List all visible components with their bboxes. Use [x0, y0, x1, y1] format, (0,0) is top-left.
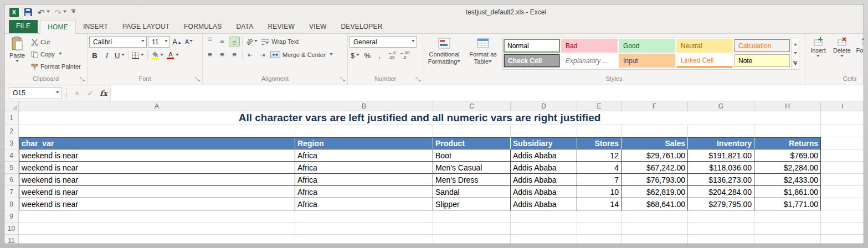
name-box[interactable]: O15 [9, 87, 62, 99]
borders-button[interactable] [131, 50, 145, 61]
row-header-6[interactable]: 6 [4, 174, 19, 186]
align-left-button[interactable]: ≡ [204, 50, 215, 60]
align-right-button[interactable]: ≡ [229, 50, 240, 60]
sheet-cell[interactable] [688, 125, 754, 137]
table-cell[interactable]: weekend is near [19, 198, 295, 210]
sheet-cell[interactable] [622, 235, 688, 244]
sheet-cell[interactable] [577, 235, 622, 244]
sheet-cell[interactable] [821, 210, 864, 223]
sheet-cell[interactable] [577, 223, 622, 235]
table-header-char-var[interactable]: char_var [19, 137, 295, 149]
table-cell[interactable]: Addis Ababa [511, 198, 577, 210]
cancel-button[interactable]: × [70, 89, 84, 97]
table-cell[interactable]: 14 [577, 198, 622, 210]
sheet-cell[interactable] [511, 223, 577, 235]
tab-home[interactable]: HOME [40, 20, 76, 34]
decrease-decimal-button[interactable]: →.00.0 [398, 50, 410, 61]
sheet-cell[interactable] [295, 223, 433, 235]
sheet-cell[interactable] [821, 235, 864, 244]
tab-data[interactable]: DATA [229, 20, 260, 33]
row-header-2[interactable]: 2 [4, 125, 19, 137]
alignment-dialog-launcher[interactable] [340, 77, 346, 82]
table-cell[interactable]: Addis Ababa [511, 149, 577, 162]
bold-button[interactable]: B [89, 50, 100, 61]
sheet-cell[interactable] [821, 137, 864, 149]
table-header-stores[interactable]: Stores [577, 137, 622, 149]
sheet-cell[interactable] [19, 210, 295, 223]
table-cell[interactable]: $279,795.00 [688, 198, 754, 210]
sheet-cell[interactable] [511, 210, 577, 223]
sheet-cell[interactable] [821, 174, 864, 186]
sheet-cell[interactable] [821, 186, 864, 198]
sheet-cell[interactable] [511, 235, 577, 244]
table-cell[interactable]: weekend is near [19, 186, 295, 198]
merge-center-button[interactable]: Merge & Center [269, 50, 334, 60]
sheet-cell[interactable] [19, 125, 295, 137]
decrease-indent-button[interactable]: ⇤ [245, 49, 256, 60]
cell-style-linked-cell[interactable]: Linked Cell [676, 54, 733, 68]
column-header-A[interactable]: A [19, 101, 295, 111]
underline-button[interactable]: U [114, 50, 126, 61]
format-as-table-button[interactable]: Format as Table [465, 35, 501, 74]
tab-formulas[interactable]: FORMULAS [177, 20, 229, 33]
row-header-8[interactable]: 8 [4, 198, 19, 210]
sheet-cell[interactable] [19, 223, 295, 235]
sheet-cell[interactable] [433, 235, 511, 244]
cell-style-input[interactable]: Input [619, 54, 675, 68]
sheet-cell[interactable] [754, 125, 821, 137]
row-header-10[interactable]: 10 [4, 223, 19, 235]
copy-button[interactable]: Copy [30, 49, 82, 59]
sheet-cell[interactable] [511, 125, 577, 137]
undo-button[interactable]: ↶ [36, 7, 52, 18]
save-button[interactable] [22, 7, 34, 18]
number-format-combo[interactable]: General [350, 36, 417, 48]
table-cell[interactable]: Africa [295, 149, 433, 162]
sheet-cell[interactable] [821, 149, 864, 162]
table-cell[interactable]: weekend is near [19, 174, 295, 186]
tab-insert[interactable]: INSERT [76, 20, 115, 33]
cell-style-note[interactable]: Note [734, 54, 790, 68]
paste-button[interactable]: Paste [6, 35, 28, 74]
sheet-cell[interactable] [295, 235, 433, 244]
column-header-I[interactable]: I [821, 101, 864, 111]
gallery-scroll-down-button[interactable] [792, 49, 799, 59]
table-cell[interactable]: 12 [577, 149, 622, 162]
insert-function-button[interactable]: fx [97, 89, 110, 97]
sheet-cell[interactable] [295, 125, 433, 137]
row-header-4[interactable]: 4 [4, 149, 19, 162]
font-name-combo[interactable]: Calibri [89, 36, 147, 48]
column-header-C[interactable]: C [433, 101, 511, 111]
table-cell[interactable]: $769.00 [754, 149, 821, 162]
column-header-F[interactable]: F [622, 101, 688, 111]
font-size-combo[interactable]: 11 [148, 36, 170, 48]
sheet-cell[interactable] [295, 210, 433, 223]
table-cell[interactable]: 7 [577, 174, 622, 186]
table-cell[interactable]: Boot [433, 149, 511, 162]
column-header-G[interactable]: G [688, 101, 754, 111]
table-cell[interactable]: $76,793.00 [622, 174, 688, 186]
table-cell[interactable]: $136,273.00 [688, 174, 754, 186]
number-dialog-launcher[interactable] [415, 77, 421, 82]
sheet-cell[interactable] [622, 223, 688, 235]
center-button[interactable]: ≡ [217, 50, 228, 60]
sheet-cell[interactable] [754, 210, 821, 223]
top-align-button[interactable]: ≡ [204, 37, 215, 46]
sheet-cell[interactable] [821, 198, 864, 210]
sheet-cell[interactable] [577, 125, 622, 137]
sheet-cell[interactable] [821, 162, 864, 174]
font-color-button[interactable]: A [166, 50, 180, 61]
conditional-formatting-button[interactable]: Conditional Formatting [425, 35, 464, 74]
table-header-inventory[interactable]: Inventory [688, 137, 754, 149]
comma-style-button[interactable]: , [374, 50, 385, 61]
cell-style-calculation[interactable]: Calculation [734, 39, 790, 53]
table-cell[interactable]: Men's Dress [433, 174, 511, 186]
tab-page-layout[interactable]: PAGE LAYOUT [115, 20, 177, 33]
name-box-gripper[interactable] [66, 88, 66, 98]
row-header-1[interactable]: 1 [4, 111, 19, 125]
table-cell[interactable]: Sandal [433, 186, 511, 198]
table-cell[interactable]: Africa [295, 198, 433, 210]
tab-review[interactable]: REVIEW [260, 20, 302, 33]
table-cell[interactable]: $204,284.00 [688, 186, 754, 198]
row-header-3[interactable]: 3 [4, 137, 19, 149]
table-cell[interactable]: Africa [295, 162, 433, 174]
